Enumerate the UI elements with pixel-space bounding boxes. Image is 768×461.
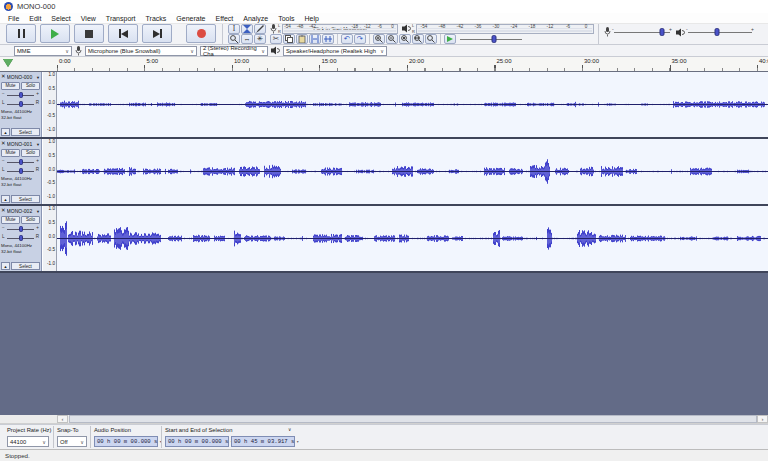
menu-bar: FileEditSelectViewTransportTracksGenerat…	[0, 13, 768, 24]
pause-icon	[18, 29, 25, 38]
solo-button[interactable]: Solo	[21, 149, 40, 157]
waveform[interactable]	[57, 206, 768, 271]
scale-label: -1.0	[47, 262, 55, 267]
draw-tool-button[interactable]	[254, 24, 266, 34]
toolbar: I ↔ ✳ LR Click to Start Monitoring -54-4…	[0, 24, 768, 45]
waveform[interactable]	[57, 139, 768, 204]
pan-slider[interactable]	[7, 167, 34, 175]
collapse-track-button[interactable]: ▲	[1, 195, 10, 203]
menu-generate[interactable]: Generate	[171, 15, 210, 22]
menu-effect[interactable]: Effect	[211, 15, 239, 22]
collapse-track-button[interactable]: ▲	[1, 262, 10, 270]
recording-device-select[interactable]: Microphone (Blue Snowball)∨	[85, 46, 197, 56]
play-speed-slider[interactable]	[460, 34, 522, 44]
track-menu-icon[interactable]: ▼	[36, 209, 40, 214]
selection-start-field[interactable]: 00 h 00 m 00.000 s▾	[165, 436, 229, 447]
pan-slider[interactable]	[7, 234, 34, 242]
menu-select[interactable]: Select	[46, 15, 75, 22]
gain-slider[interactable]	[7, 91, 34, 99]
fit-selection-button[interactable]	[399, 34, 411, 44]
collapse-track-button[interactable]: ▲	[1, 128, 10, 136]
multi-tool-button[interactable]: ✳	[254, 34, 266, 44]
menu-analyze[interactable]: Analyze	[238, 15, 273, 22]
recording-channels-select[interactable]: 2 (Stereo) Recording Cha∨	[200, 46, 268, 56]
scale-label: 0.5	[49, 154, 55, 159]
recording-volume-icon	[604, 27, 611, 37]
selection-range-caret[interactable]: ∨	[288, 427, 291, 432]
track-control-panel: ✕ MONO-002 ▼ Mute Solo −+ LR Mono, 44100…	[0, 206, 42, 271]
meter-tick-label: 0	[391, 25, 394, 30]
mute-button[interactable]: Mute	[1, 149, 20, 157]
copy-button[interactable]	[283, 34, 295, 44]
audio-host-select[interactable]: MME∨	[14, 46, 72, 56]
playback-device-select[interactable]: Speaker/Headphone (Realtek High∨	[283, 46, 387, 56]
pan-slider[interactable]	[7, 100, 34, 108]
zoom-in-button[interactable]	[373, 34, 385, 44]
waveform[interactable]	[57, 72, 768, 137]
solo-button[interactable]: Solo	[21, 216, 40, 224]
menu-transport[interactable]: Transport	[101, 15, 141, 22]
timeshift-tool-button[interactable]: ↔	[241, 34, 253, 44]
recording-volume-slider[interactable]: -+	[614, 27, 670, 37]
menu-view[interactable]: View	[76, 15, 101, 22]
menu-help[interactable]: Help	[300, 15, 324, 22]
playback-meter[interactable]: LR -54-48-42-36-30-24-18-12-60	[402, 24, 594, 34]
audio-position-field[interactable]: 00 h 00 m 00.000 s▾	[94, 436, 158, 447]
skip-to-start-button[interactable]	[108, 24, 138, 43]
track-name[interactable]: MONO-002	[7, 208, 35, 214]
scroll-right-button[interactable]: ›	[757, 415, 768, 423]
select-track-button[interactable]: Select	[11, 262, 40, 270]
vertical-scale-ruler[interactable]: 1.00.50.0-0.5-1.0	[43, 139, 57, 204]
track-close-icon[interactable]: ✕	[1, 141, 6, 147]
skip-to-end-button[interactable]	[142, 24, 172, 43]
cut-button[interactable]: ✂	[270, 34, 282, 44]
vertical-scale-ruler[interactable]: 1.00.50.0-0.5-1.0	[43, 72, 57, 137]
zoom-out-button[interactable]	[386, 34, 398, 44]
zoom-toggle-button[interactable]	[425, 34, 437, 44]
playback-volume-slider[interactable]: -+	[688, 27, 752, 37]
menu-file[interactable]: File	[3, 15, 24, 22]
stop-button[interactable]	[74, 24, 104, 43]
meter-tick-label: -54	[284, 25, 291, 30]
timeline-ruler[interactable]: 0:005:0010:0015:0020:0025:0030:0035:0040…	[0, 57, 768, 72]
gain-slider[interactable]	[7, 225, 34, 233]
project-rate-select[interactable]: 44100∨	[7, 436, 49, 447]
play-button[interactable]	[40, 24, 70, 43]
mute-button[interactable]: Mute	[1, 216, 20, 224]
menu-tracks[interactable]: Tracks	[141, 15, 172, 22]
select-track-button[interactable]: Select	[11, 128, 40, 136]
fit-project-button[interactable]	[412, 34, 424, 44]
pause-button[interactable]	[6, 24, 36, 43]
horizontal-scrollbar[interactable]: ‹ ›	[0, 415, 768, 424]
track-close-icon[interactable]: ✕	[1, 74, 6, 80]
track-menu-icon[interactable]: ▼	[36, 142, 40, 147]
scroll-left-button[interactable]: ‹	[57, 415, 68, 423]
mute-button[interactable]: Mute	[1, 82, 20, 90]
solo-button[interactable]: Solo	[21, 82, 40, 90]
snap-to-select[interactable]: Off∨	[57, 436, 87, 447]
silence-audio-button[interactable]	[322, 34, 334, 44]
timeline-pin-icon[interactable]	[3, 59, 13, 67]
track-name[interactable]: MONO-000	[7, 74, 35, 80]
track-name[interactable]: MONO-001	[7, 141, 35, 147]
play-at-speed-button[interactable]	[444, 34, 456, 44]
select-track-button[interactable]: Select	[11, 195, 40, 203]
menu-tools[interactable]: Tools	[273, 15, 299, 22]
trim-audio-button[interactable]	[309, 34, 321, 44]
track-menu-icon[interactable]: ▼	[36, 75, 40, 80]
scale-label: -1.0	[47, 195, 55, 200]
gain-slider[interactable]	[7, 158, 34, 166]
menu-edit[interactable]: Edit	[24, 15, 46, 22]
track-close-icon[interactable]: ✕	[1, 208, 6, 214]
recording-meter[interactable]: LR Click to Start Monitoring -54-48-42-1…	[270, 24, 398, 34]
selection-end-field[interactable]: 00 h 45 m 03.917 s▾	[231, 436, 295, 447]
selection-tool-button[interactable]: I	[228, 24, 240, 34]
redo-button[interactable]: ↷	[354, 34, 366, 44]
envelope-tool-button[interactable]	[241, 24, 253, 34]
vertical-scale-ruler[interactable]: 1.00.50.0-0.5-1.0	[43, 206, 57, 271]
record-button[interactable]	[186, 24, 216, 43]
scrollbar-thumb[interactable]	[69, 415, 757, 423]
undo-button[interactable]: ↶	[341, 34, 353, 44]
paste-button[interactable]	[296, 34, 308, 44]
zoom-tool-button[interactable]	[228, 34, 240, 44]
